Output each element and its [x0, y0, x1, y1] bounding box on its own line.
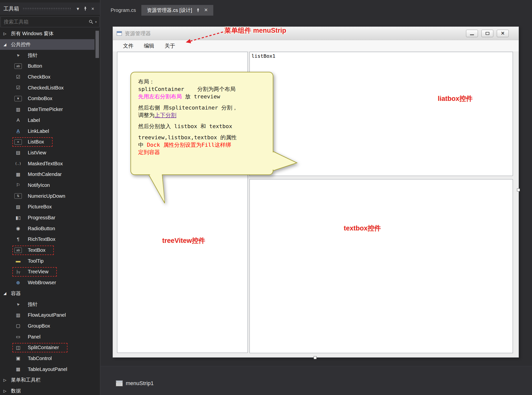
- toolbox-item-label: TreeView: [28, 269, 48, 275]
- toolbox-item-pointer2[interactable]: ➤指针: [0, 299, 94, 310]
- menu-item-edit[interactable]: 编辑: [139, 40, 159, 52]
- toolbox-item-radiobutton[interactable]: ◉RadioButton: [0, 223, 94, 234]
- listbox-control[interactable]: listBox1: [250, 52, 513, 176]
- datetimepicker-icon: ▥: [14, 106, 22, 113]
- toolbox-item-monthcalendar[interactable]: ▦MonthCalendar: [0, 169, 94, 180]
- textbox-icon: ab: [14, 248, 22, 253]
- pointer-icon: ➤: [13, 299, 23, 309]
- toolbox-item-picturebox[interactable]: ▧PictureBox: [0, 201, 94, 212]
- annotation-textbox: textbox控件: [344, 224, 381, 233]
- toolbox-item-label: Button: [28, 63, 42, 69]
- toolbox-item-label[interactable]: ALabel: [0, 115, 94, 126]
- document-area: menuStrip1 资源管理器 × 文件编辑关于 listBox1: [100, 16, 532, 395]
- tab-label: 资源管理器.cs [设计]: [147, 7, 192, 14]
- toolbox-item-label: MonthCalendar: [28, 171, 62, 177]
- toolbox-item-label: CheckBox: [28, 74, 50, 80]
- toolbox-item-label: ListBox: [28, 139, 44, 145]
- form-menubar: 文件编辑关于: [113, 40, 519, 52]
- toolbox-item-progressbar[interactable]: ▮▯ProgressBar: [0, 212, 94, 223]
- toolbox-item-richtextbox[interactable]: ¶RichTextBox: [0, 234, 94, 245]
- callout-line: splitContainer 分割为两个布局: [138, 85, 273, 93]
- close-icon[interactable]: ×: [89, 6, 96, 12]
- tabcontrol-icon: ▣: [14, 355, 22, 362]
- progressbar-icon: ▮▯: [14, 215, 22, 221]
- toolbox-item-linklabel[interactable]: ALinkLabel: [0, 126, 94, 137]
- form-titlebar: 资源管理器 ×: [113, 27, 519, 40]
- toolbox-item-treeview[interactable]: ├┬TreeView: [0, 266, 94, 277]
- tray-item-label: menuStrip1: [126, 380, 154, 387]
- maximize-button[interactable]: [481, 30, 493, 37]
- callout-line: 调整为上下分割: [138, 112, 273, 119]
- search-icon[interactable]: ▾: [89, 19, 97, 24]
- callout-line: [138, 130, 273, 134]
- toolbox-item-checkedlistbox[interactable]: ☑CheckedListBox: [0, 82, 94, 93]
- tab-program-cs[interactable]: Program.cs: [105, 5, 141, 16]
- toolbox-item-maskedtextbox[interactable]: (.)MaskedTextBox: [0, 158, 94, 169]
- editor-area: Program.cs资源管理器.cs [设计]× menuStrip1: [100, 0, 532, 395]
- pin-icon[interactable]: [82, 6, 89, 11]
- toolbox-scrollbar[interactable]: [95, 29, 99, 395]
- tab-designer[interactable]: 资源管理器.cs [设计]×: [141, 5, 213, 16]
- toolbox-group-menus-toolbars[interactable]: ▷菜单和工具栏: [0, 375, 94, 386]
- toolbox-group-all-windows-forms[interactable]: ▷所有 Windows 窗体: [0, 28, 94, 39]
- window-buttons: ×: [466, 30, 509, 37]
- toolbox-item-splitcontainer[interactable]: ◫SplitContainer: [0, 342, 94, 353]
- grip-dots[interactable]: [23, 7, 71, 10]
- toolbox-group-containers[interactable]: ◢容器: [0, 288, 94, 299]
- pin-icon[interactable]: [196, 8, 200, 12]
- textbox-control[interactable]: [250, 179, 513, 353]
- toolbox-item-label: RichTextBox: [28, 236, 55, 242]
- toolbox-item-notifyicon[interactable]: ⚐NotifyIcon: [0, 180, 94, 191]
- toolbox-item-label: GroupBox: [28, 323, 50, 329]
- toolbox-item-label: Label: [28, 117, 40, 123]
- toolbox-item-label: RadioButton: [28, 226, 55, 231]
- toolbox-title: 工具箱: [3, 5, 19, 12]
- search-input[interactable]: [1, 19, 89, 25]
- toolbox-item-label: Panel: [28, 334, 40, 340]
- webbrowser-icon: ⊕: [14, 280, 22, 286]
- button-icon: ab: [14, 63, 22, 69]
- toolbox-item-groupbox[interactable]: ▢GroupBox: [0, 321, 94, 332]
- panel-icon: ▭: [14, 334, 22, 340]
- tray-item-menustrip[interactable]: menuStrip1: [116, 380, 154, 387]
- toolbox-item-textbox[interactable]: abTextBox: [0, 245, 94, 256]
- close-icon: ×: [501, 30, 504, 36]
- toolbox-item-tabcontrol[interactable]: ▣TabControl: [0, 353, 94, 364]
- close-icon[interactable]: ×: [204, 7, 208, 13]
- tablelayoutpanel-icon: ▦: [14, 366, 22, 372]
- toolbox-item-listbox[interactable]: ≡ListBox: [0, 137, 94, 147]
- toolbox-item-numericupdown[interactable]: ⇅NumericUpDown: [0, 191, 94, 201]
- splitcontainer-icon: ◫: [14, 344, 22, 351]
- toolbox-item-tooltip[interactable]: ▬ToolTip: [0, 255, 94, 266]
- form-title: 资源管理器: [125, 30, 466, 37]
- toolbox-item-combobox[interactable]: ▼ComboBox: [0, 93, 94, 104]
- toolbox-item-listview[interactable]: ▤ListView: [0, 147, 94, 158]
- toolbox-item-checkbox[interactable]: ☑CheckBox: [0, 72, 94, 83]
- toolbox-item-datetimepicker[interactable]: ▥DateTimePicker: [0, 104, 94, 115]
- callout-text: 布局：splitContainer 分割为两个布局先用左右分割布局 放 tree…: [131, 72, 273, 175]
- tab-label: Program.cs: [111, 7, 136, 13]
- close-button[interactable]: ×: [497, 30, 509, 37]
- toolbox-item-label: CheckedListBox: [28, 85, 64, 91]
- toolbox-item-webbrowser[interactable]: ⊕WebBrowser: [0, 277, 94, 288]
- toolbox-item-label: ListView: [28, 150, 46, 156]
- menu-item-about[interactable]: 关于: [159, 40, 180, 52]
- window-position-icon[interactable]: ▾: [74, 6, 82, 12]
- callout-line: 然后分别放入 listbox 和 textbox: [138, 123, 273, 130]
- toolbox-group-label: 菜单和工具栏: [11, 377, 41, 383]
- menu-item-file[interactable]: 文件: [118, 40, 139, 52]
- toolbox-item-label: NumericUpDown: [28, 193, 65, 199]
- toolbox-item-tablelayoutpanel[interactable]: ▦TableLayoutPanel: [0, 364, 94, 375]
- minimize-button[interactable]: [466, 30, 478, 37]
- toolbox-item-button[interactable]: abButton: [0, 61, 94, 72]
- toolbox-item-pointer[interactable]: ➤指针: [0, 50, 94, 61]
- toolbox-item-label: ComboBox: [28, 96, 52, 101]
- annotation-menustrip: 菜单组件 menuStrip: [224, 26, 286, 35]
- form-icon: [116, 30, 122, 36]
- toolbox-group-data[interactable]: ▷数据: [0, 386, 94, 395]
- scrollbar-thumb[interactable]: [95, 31, 99, 58]
- toolbox-item-panel[interactable]: ▭Panel: [0, 331, 94, 342]
- toolbox-search: ▾: [0, 16, 99, 27]
- toolbox-group-common-controls[interactable]: ◢公共控件: [0, 39, 94, 50]
- toolbox-item-flowlayoutpanel[interactable]: ▥FlowLayoutPanel: [0, 310, 94, 321]
